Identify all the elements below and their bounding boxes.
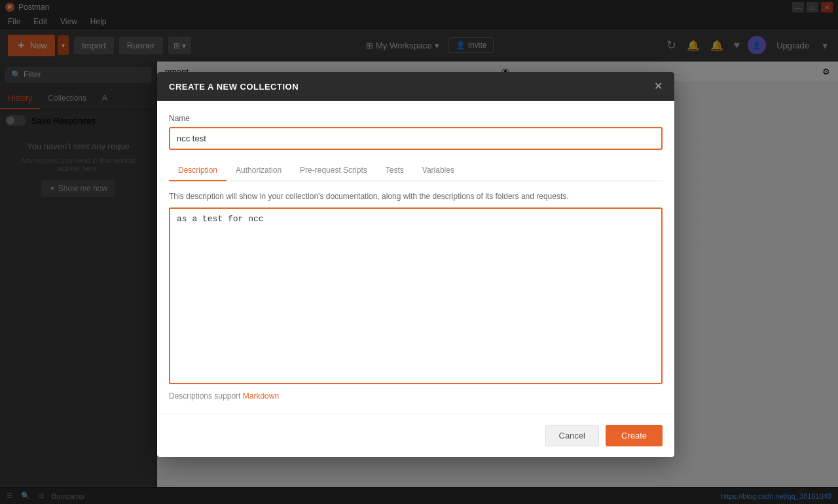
modal-footer: Cancel Create: [157, 414, 674, 457]
modal-close-button[interactable]: ✕: [654, 81, 663, 92]
markdown-link[interactable]: Markdown: [243, 391, 279, 401]
modal-title: CREATE A NEW COLLECTION: [169, 82, 299, 92]
cancel-button[interactable]: Cancel: [545, 425, 599, 446]
modal-header: CREATE A NEW COLLECTION ✕: [157, 72, 674, 101]
tab-authorization[interactable]: Authorization: [227, 160, 291, 181]
tab-tests[interactable]: Tests: [376, 160, 413, 181]
modal-body: Name Description Authorization Pre-reque…: [157, 101, 674, 414]
markdown-prefix: Descriptions support: [169, 391, 243, 401]
modal-tabs: Description Authorization Pre-request Sc…: [169, 160, 663, 181]
name-label: Name: [169, 114, 663, 123]
tab-description[interactable]: Description: [169, 160, 227, 181]
create-collection-modal: CREATE A NEW COLLECTION ✕ Name Descripti…: [157, 72, 674, 457]
markdown-note: Descriptions support Markdown: [169, 391, 663, 401]
create-button[interactable]: Create: [606, 425, 663, 446]
modal-overlay: CREATE A NEW COLLECTION ✕ Name Descripti…: [0, 0, 838, 504]
tab-variables[interactable]: Variables: [413, 160, 464, 181]
description-textarea[interactable]: [169, 207, 663, 384]
collection-name-input[interactable]: [169, 127, 663, 150]
description-help-text: This description will show in your colle…: [169, 192, 663, 201]
tab-pre-request-scripts[interactable]: Pre-request Scripts: [291, 160, 376, 181]
